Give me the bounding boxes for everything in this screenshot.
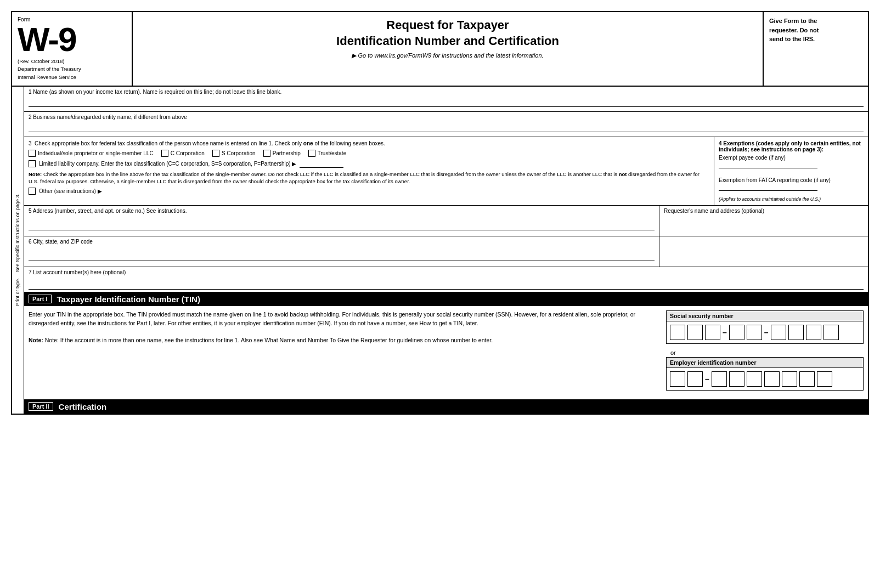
field-5-input[interactable] bbox=[29, 220, 655, 230]
part1-title: Taxpayer Identification Number (TIN) bbox=[57, 295, 200, 304]
ssn-box-4[interactable] bbox=[729, 325, 744, 340]
ssn-box-2[interactable] bbox=[687, 325, 703, 340]
section-3: 3 Check appropriate box for federal tax … bbox=[24, 137, 714, 205]
field-1-input[interactable] bbox=[29, 97, 864, 107]
checkbox-c-corp-box[interactable] bbox=[161, 150, 168, 157]
part2-tag: Part II bbox=[29, 402, 53, 411]
llc-label: Limited liability company. Enter the tax… bbox=[39, 161, 296, 167]
checkbox-other-box[interactable] bbox=[29, 188, 36, 195]
checkbox-individual: Individual/sole proprietor or single-mem… bbox=[29, 150, 154, 157]
ssn-box-8[interactable] bbox=[806, 325, 821, 340]
header-left: Form W-9 (Rev. October 2018) Department … bbox=[12, 12, 133, 86]
ssn-box-6[interactable] bbox=[771, 325, 786, 340]
ssn-box-5[interactable] bbox=[747, 325, 762, 340]
checkboxes-row: Individual/sole proprietor or single-mem… bbox=[29, 150, 709, 157]
form-body: Print or type. See Specific Instructions… bbox=[12, 87, 868, 414]
other-label: Other (see instructions) ▶ bbox=[39, 188, 102, 194]
field-2-input[interactable] bbox=[29, 122, 864, 132]
ssn-box-9[interactable] bbox=[823, 325, 839, 340]
ein-boxes-row: – bbox=[667, 368, 863, 390]
ein-box-9[interactable] bbox=[817, 371, 832, 387]
field-2-label: 2 Business name/disregarded entity name,… bbox=[29, 114, 864, 120]
part2-header: Part II Certification bbox=[24, 400, 868, 414]
exempt-payee-input[interactable] bbox=[719, 161, 817, 168]
ein-section: Employer identification number – bbox=[666, 357, 864, 391]
part1-header: Part I Taxpayer Identification Number (T… bbox=[24, 292, 868, 306]
field-6-block: 6 City, state, and ZIP code bbox=[24, 236, 659, 267]
checkbox-s-corp-box[interactable] bbox=[212, 150, 219, 157]
ssn-box-3[interactable] bbox=[705, 325, 720, 340]
side-label: Print or type. See Specific Instructions… bbox=[12, 87, 24, 414]
ein-box-8[interactable] bbox=[799, 371, 815, 387]
side-label-text: Print or type. See Specific Instructions… bbox=[15, 194, 21, 306]
part1-body-text: Enter your TIN in the appropriate box. T… bbox=[29, 310, 655, 328]
fatca-note: (Applies to accounts maintained outside … bbox=[719, 196, 864, 202]
ssn-box-7[interactable] bbox=[788, 325, 804, 340]
ein-box-4[interactable] bbox=[729, 371, 744, 387]
fatca-label: Exemption from FATCA reporting code (if … bbox=[719, 177, 831, 183]
checkbox-individual-box[interactable] bbox=[29, 150, 36, 157]
ein-box-5[interactable] bbox=[747, 371, 762, 387]
form-number: W-9 bbox=[18, 20, 76, 58]
form-subtitle: (Rev. October 2018) bbox=[18, 58, 64, 64]
form-subtitle-block: (Rev. October 2018) Department of the Tr… bbox=[18, 58, 126, 81]
part1-note-text: Note: Note: If the account is in more th… bbox=[29, 336, 655, 345]
requester-address-area bbox=[659, 236, 868, 267]
ssn-dash-2: – bbox=[764, 328, 769, 337]
checkbox-s-corp-label: S Corporation bbox=[222, 150, 256, 156]
checkbox-s-corp: S Corporation bbox=[212, 150, 256, 157]
w9-form: Form W-9 (Rev. October 2018) Department … bbox=[11, 11, 869, 415]
dept-line1: Department of the Treasury bbox=[18, 66, 81, 72]
ein-box-3[interactable] bbox=[712, 371, 727, 387]
goto-text: ▶ Go to www.irs.gov/FormW9 for instructi… bbox=[144, 52, 752, 59]
ein-box-1[interactable] bbox=[670, 371, 685, 387]
checkbox-trust-label: Trust/estate bbox=[318, 150, 346, 156]
ssn-label: Social security number bbox=[667, 311, 863, 321]
requester-block: Requester's name and address (optional) bbox=[659, 206, 868, 236]
checkbox-partnership-box[interactable] bbox=[263, 150, 270, 157]
ssn-box-1[interactable] bbox=[670, 325, 685, 340]
field-7-row: 7 List account number(s) here (optional) bbox=[24, 267, 868, 292]
ein-box-2[interactable] bbox=[687, 371, 703, 387]
city-row: 6 City, state, and ZIP code bbox=[24, 236, 868, 267]
checkbox-c-corp-label: C Corporation bbox=[171, 150, 205, 156]
part1-tag: Part I bbox=[29, 295, 52, 303]
or-text: or bbox=[666, 348, 864, 357]
ssn-boxes-row: – – bbox=[667, 321, 863, 343]
ssn-section: Social security number – – bbox=[666, 310, 864, 344]
field-6-label: 6 City, state, and ZIP code bbox=[29, 239, 655, 245]
form-title: Request for Taxpayer Identification Numb… bbox=[144, 18, 752, 49]
section-4: 4 Exemptions (codes apply only to certai… bbox=[714, 137, 868, 205]
checkbox-partnership-label: Partnership bbox=[273, 150, 301, 156]
part1-body: Enter your TIN in the appropriate box. T… bbox=[24, 306, 868, 400]
exempt-payee-field: Exempt payee code (if any) bbox=[719, 155, 864, 169]
checkbox-llc-box[interactable] bbox=[29, 160, 36, 167]
ein-label: Employer identification number bbox=[667, 358, 863, 368]
section-3-4: 3 Check appropriate box for federal tax … bbox=[24, 137, 868, 206]
field-6-input[interactable] bbox=[29, 251, 655, 261]
fatca-field: Exemption from FATCA reporting code (if … bbox=[719, 177, 864, 192]
checkbox-individual-label: Individual/sole proprietor or single-mem… bbox=[38, 150, 154, 156]
ein-box-6[interactable] bbox=[764, 371, 780, 387]
tin-boxes: Social security number – – bbox=[666, 310, 864, 395]
field-1-row: 1 Name (as shown on your income tax retu… bbox=[24, 87, 868, 112]
address-row: 5 Address (number, street, and apt. or s… bbox=[24, 206, 868, 236]
checkbox-trust: Trust/estate bbox=[308, 150, 346, 157]
field-7-input[interactable] bbox=[29, 280, 864, 290]
field-3-label: 3 Check appropriate box for federal tax … bbox=[29, 140, 709, 146]
field-7-label: 7 List account number(s) here (optional) bbox=[29, 269, 126, 275]
other-row: Other (see instructions) ▶ bbox=[29, 188, 709, 195]
exempt-payee-label: Exempt payee code (if any) bbox=[719, 155, 786, 161]
part1-text: Enter your TIN in the appropriate box. T… bbox=[29, 310, 655, 395]
requester-label: Requester's name and address (optional) bbox=[664, 208, 864, 214]
ein-box-7[interactable] bbox=[782, 371, 797, 387]
llc-row: Limited liability company. Enter the tax… bbox=[29, 160, 709, 168]
field-5-label: 5 Address (number, street, and apt. or s… bbox=[29, 208, 655, 214]
checkbox-c-corp: C Corporation bbox=[161, 150, 205, 157]
field-4-header: 4 Exemptions (codes apply only to certai… bbox=[719, 140, 864, 152]
llc-input[interactable] bbox=[300, 160, 343, 168]
header-right: Give Form to the requester. Do not send … bbox=[764, 12, 868, 86]
fatca-input[interactable] bbox=[719, 183, 817, 191]
ssn-dash-1: – bbox=[723, 328, 727, 337]
checkbox-trust-box[interactable] bbox=[308, 150, 315, 157]
